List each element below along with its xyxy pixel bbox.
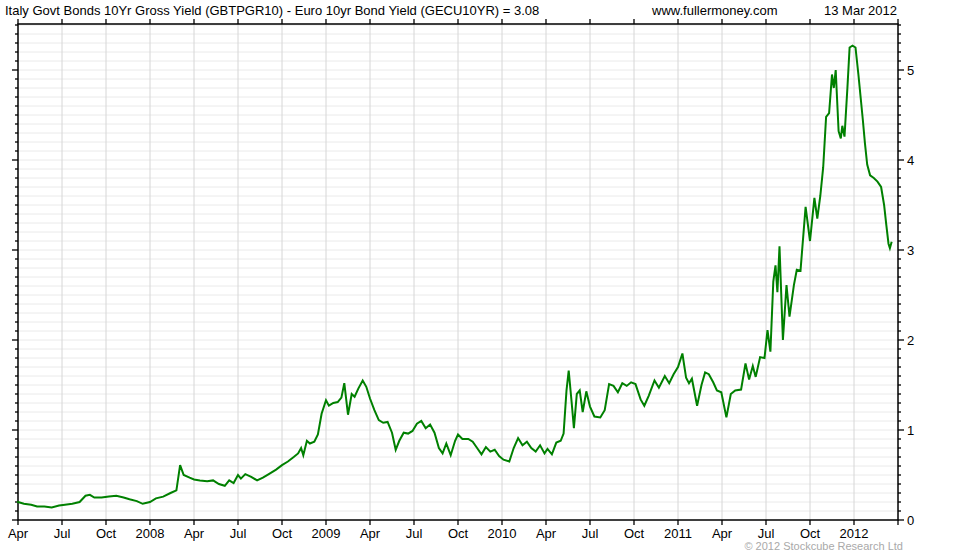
copyright-notice: © 2012 Stockcube Research Ltd xyxy=(744,540,903,552)
x-axis-label: Oct xyxy=(272,526,293,541)
x-axis-label: Apr xyxy=(712,526,733,541)
x-axis-label: Apr xyxy=(360,526,381,541)
x-axis-label: 2012 xyxy=(840,526,869,541)
y-axis-label: 2 xyxy=(907,333,914,348)
x-axis-label: Apr xyxy=(8,526,29,541)
x-axis-label: Apr xyxy=(536,526,557,541)
x-axis-label: 2009 xyxy=(312,526,341,541)
x-axis-label: Jul xyxy=(54,526,71,541)
x-axis-label: 2008 xyxy=(136,526,165,541)
x-axis-label: Jul xyxy=(582,526,599,541)
x-axis-label: Jul xyxy=(758,526,775,541)
x-axis-label: Jul xyxy=(230,526,247,541)
x-axis-label: Oct xyxy=(448,526,469,541)
x-axis-label: 2010 xyxy=(488,526,517,541)
y-axis-label: 3 xyxy=(907,243,914,258)
x-axis-label: 2011 xyxy=(664,526,692,541)
y-axis-label: 4 xyxy=(907,153,914,168)
y-axis-label: 5 xyxy=(907,63,914,78)
x-axis-label: Oct xyxy=(96,526,117,541)
x-axis-label: Apr xyxy=(184,526,205,541)
y-axis-label: 0 xyxy=(907,513,914,528)
x-axis-label: Oct xyxy=(800,526,821,541)
x-axis-label: Jul xyxy=(406,526,423,541)
x-axis-label: Oct xyxy=(624,526,645,541)
chart-plot-area: 012345AprJulOct2008AprJulOct2009AprJulOc… xyxy=(0,0,980,560)
y-axis-label: 1 xyxy=(907,423,914,438)
